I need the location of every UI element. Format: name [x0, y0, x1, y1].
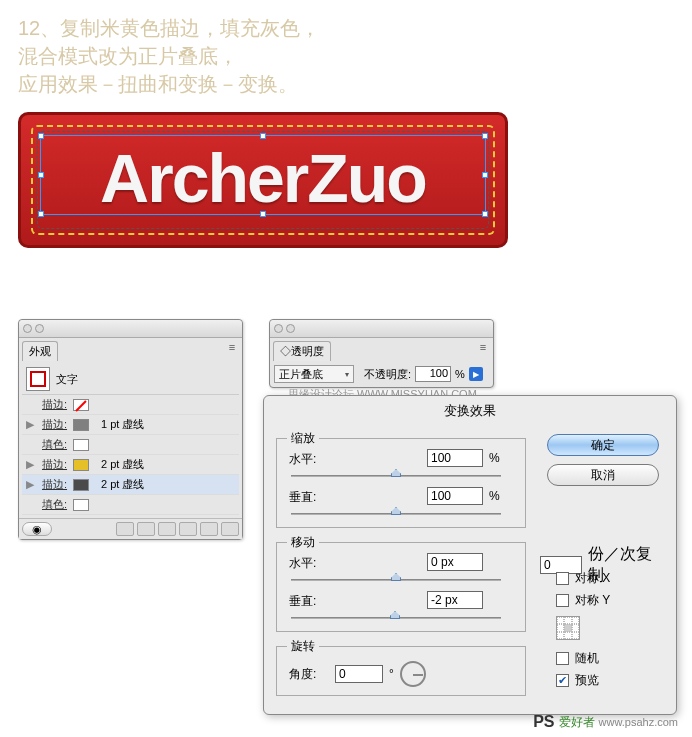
chevron-down-icon: ▾	[345, 370, 349, 379]
move-group: 移动 水平: 垂直:	[276, 542, 526, 632]
appearance-object-type: 文字	[56, 372, 78, 387]
panel-menu-icon[interactable]: ≡	[225, 341, 239, 361]
appearance-thumbnail[interactable]	[26, 367, 50, 391]
angle-input[interactable]	[335, 665, 383, 683]
panel-footer: ◉	[19, 518, 242, 539]
appearance-row[interactable]: 填色:	[22, 435, 239, 455]
swatch-icon[interactable]	[73, 419, 89, 431]
random-checkbox[interactable]	[556, 652, 569, 665]
instruction-line: 混合模式改为正片叠底，	[18, 42, 674, 70]
appearance-row[interactable]: 填色:	[22, 495, 239, 515]
selection-rect	[40, 135, 486, 215]
cancel-button[interactable]: 取消	[547, 464, 659, 486]
close-icon[interactable]	[274, 324, 283, 333]
delete-icon[interactable]	[221, 522, 239, 536]
reference-point-icon[interactable]	[556, 616, 580, 640]
slider-thumb[interactable]	[390, 611, 400, 619]
scale-v-input[interactable]	[427, 487, 483, 505]
visibility-toggle-icon[interactable]: ◉	[22, 522, 52, 536]
swatch-icon[interactable]	[73, 479, 89, 491]
sel-handle[interactable]	[260, 133, 266, 139]
panel-header[interactable]	[19, 320, 242, 338]
swatch-icon[interactable]	[73, 499, 89, 511]
scale-h-input[interactable]	[427, 449, 483, 467]
panel-tab[interactable]: ◇透明度	[273, 341, 331, 361]
close-icon[interactable]	[23, 324, 32, 333]
instruction-line: 12、复制米黄色描边，填充灰色，	[18, 14, 674, 42]
new-fill-icon[interactable]	[116, 522, 134, 536]
move-h-label: 水平:	[289, 555, 329, 572]
clear-icon[interactable]	[179, 522, 197, 536]
sel-handle[interactable]	[38, 172, 44, 178]
appearance-panel[interactable]: 外观 ≡ 文字 描边: ▶ 描边: 1 pt 虚线 填色:	[18, 319, 243, 540]
angle-dial[interactable]	[400, 661, 426, 687]
swatch-icon[interactable]	[73, 399, 89, 411]
angle-label: 角度:	[289, 666, 329, 683]
move-v-input[interactable]	[427, 591, 483, 609]
move-h-input[interactable]	[427, 553, 483, 571]
mirror-x-checkbox[interactable]	[556, 572, 569, 585]
panel-header[interactable]	[270, 320, 493, 338]
sel-handle[interactable]	[260, 211, 266, 217]
appearance-row[interactable]: 描边:	[22, 395, 239, 415]
instruction-line: 应用效果－扭曲和变换－变换。	[18, 70, 674, 98]
row-toggle[interactable]: ▶	[26, 418, 36, 431]
tutorial-instructions: 12、复制米黄色描边，填充灰色， 混合模式改为正片叠底， 应用效果－扭曲和变换－…	[0, 0, 692, 106]
traffic-lights	[23, 324, 44, 333]
sel-handle[interactable]	[38, 133, 44, 139]
duplicate-icon[interactable]	[200, 522, 218, 536]
swatch-icon[interactable]	[73, 459, 89, 471]
slider-thumb[interactable]	[391, 507, 401, 515]
sel-handle[interactable]	[38, 211, 44, 217]
scale-h-label: 水平:	[289, 451, 329, 468]
opacity-unit: %	[455, 368, 465, 380]
scale-group: 缩放 水平: % 垂直: %	[276, 438, 526, 528]
panel-tab[interactable]: 外观	[22, 341, 58, 361]
site-watermark: PS 爱好者 www.psahz.com	[533, 713, 682, 731]
traffic-lights	[274, 324, 295, 333]
minimize-icon[interactable]	[35, 324, 44, 333]
sel-handle[interactable]	[482, 133, 488, 139]
mirror-y-checkbox[interactable]	[556, 594, 569, 607]
appearance-row[interactable]: ▶ 描边: 2 pt 虚线	[22, 455, 239, 475]
appearance-row[interactable]: ▶ 描边: 2 pt 虚线	[22, 475, 239, 495]
ok-button[interactable]: 确定	[547, 434, 659, 456]
opacity-label: 不透明度:	[364, 367, 411, 382]
transform-effect-dialog[interactable]: 变换效果 缩放 水平: % 垂直: % 移动	[263, 395, 677, 715]
new-stroke-icon[interactable]	[137, 522, 155, 536]
minimize-icon[interactable]	[286, 324, 295, 333]
opacity-flyout-icon[interactable]: ▶	[469, 367, 483, 381]
row-toggle[interactable]: ▶	[26, 458, 36, 471]
opacity-input[interactable]: 100	[415, 366, 451, 382]
transparency-panel[interactable]: ◇透明度 ≡ 正片叠底 ▾ 不透明度: 100 % ▶	[269, 319, 494, 388]
canvas-artwork[interactable]: ArcherZuo	[18, 112, 508, 248]
row-toggle[interactable]: ▶	[26, 478, 36, 491]
dialog-title: 变换效果	[264, 396, 676, 426]
sel-handle[interactable]	[482, 211, 488, 217]
blend-mode-select[interactable]: 正片叠底 ▾	[274, 365, 354, 383]
rotate-group: 旋转 角度: °	[276, 646, 526, 696]
appearance-row[interactable]: ▶ 描边: 1 pt 虚线	[22, 415, 239, 435]
sel-handle[interactable]	[482, 172, 488, 178]
swatch-icon[interactable]	[73, 439, 89, 451]
scale-v-label: 垂直:	[289, 489, 329, 506]
fx-icon[interactable]	[158, 522, 176, 536]
appearance-rows: 描边: ▶ 描边: 1 pt 虚线 填色: ▶ 描边: 2 pt 虚线	[22, 395, 239, 515]
move-v-label: 垂直:	[289, 593, 329, 610]
slider-thumb[interactable]	[391, 469, 401, 477]
panel-menu-icon[interactable]: ≡	[476, 341, 490, 361]
preview-checkbox[interactable]: ✔	[556, 674, 569, 687]
slider-thumb[interactable]	[391, 573, 401, 581]
